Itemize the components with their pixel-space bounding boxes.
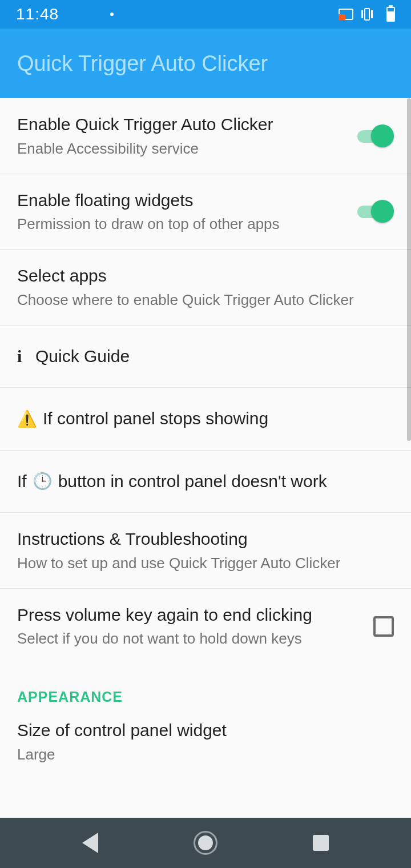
clock-button-suffix: button in control panel doesn't work (58, 470, 327, 493)
status-bar: 11:48 (0, 0, 411, 29)
info-icon: i (17, 345, 30, 368)
setting-subtitle: Select if you do not want to hold down k… (17, 629, 362, 649)
battery-icon (386, 7, 395, 22)
setting-quick-guide[interactable]: i Quick Guide (0, 326, 411, 388)
setting-text: Press volume key again to end clicking S… (17, 604, 362, 649)
setting-title: Press volume key again to end clicking (17, 604, 362, 627)
section-appearance: APPEARANCE (0, 664, 411, 712)
setting-title: ⚠️ If control panel stops showing (17, 407, 268, 431)
setting-panel-size[interactable]: Size of control panel widget Large (0, 712, 411, 779)
setting-title: If 🕒 button in control panel doesn't wor… (17, 470, 327, 493)
status-right (339, 7, 395, 22)
nav-home-button[interactable] (194, 831, 217, 855)
setting-select-apps[interactable]: Select apps Choose where to enable Quick… (0, 250, 411, 326)
setting-volume-key[interactable]: Press volume key again to end clicking S… (0, 589, 411, 664)
volume-key-checkbox[interactable] (373, 616, 394, 637)
notification-dot-icon (110, 13, 114, 16)
setting-title: i Quick Guide (17, 345, 130, 368)
setting-subtitle: How to set up and use Quick Trigger Auto… (17, 553, 394, 573)
setting-title: Size of control panel widget (17, 719, 394, 742)
setting-text: Instructions & Troubleshooting How to se… (17, 528, 394, 573)
setting-text: Size of control panel widget Large (17, 719, 394, 765)
setting-title: Select apps (17, 264, 394, 288)
vibrate-icon (361, 7, 378, 21)
setting-text: Select apps Choose where to enable Quick… (17, 264, 394, 310)
settings-list: Enable Quick Trigger Auto Clicker Enable… (0, 98, 411, 779)
setting-instructions[interactable]: Instructions & Troubleshooting How to se… (0, 513, 411, 589)
setting-subtitle: Choose where to enable Quick Trigger Aut… (17, 290, 394, 310)
panel-stops-label: If control panel stops showing (43, 407, 268, 431)
app-title: Quick Trigger Auto Clicker (17, 51, 268, 76)
setting-title: Instructions & Troubleshooting (17, 528, 394, 551)
clock-icon: 🕒 (33, 471, 53, 492)
setting-enable-clicker[interactable]: Enable Quick Trigger Auto Clicker Enable… (0, 98, 411, 174)
enable-clicker-switch[interactable] (357, 124, 394, 147)
quick-guide-label: Quick Guide (35, 345, 130, 368)
clock-button-prefix: If (17, 470, 27, 493)
status-time: 11:48 (16, 5, 59, 23)
app-bar: Quick Trigger Auto Clicker (0, 29, 411, 98)
setting-text: Enable Quick Trigger Auto Clicker Enable… (17, 113, 346, 159)
setting-text: Enable floating widgets Permission to dr… (17, 189, 346, 235)
cast-icon (339, 9, 353, 20)
nav-back-button[interactable] (82, 833, 98, 853)
navigation-bar (0, 818, 411, 868)
setting-value: Large (17, 745, 394, 765)
setting-title: Enable floating widgets (17, 189, 346, 212)
setting-title: Enable Quick Trigger Auto Clicker (17, 113, 346, 136)
nav-recent-button[interactable] (313, 835, 329, 851)
floating-widgets-switch[interactable] (357, 200, 394, 223)
setting-subtitle: Enable Accessibility service (17, 139, 346, 159)
setting-panel-stops[interactable]: ⚠️ If control panel stops showing (0, 388, 411, 451)
setting-floating-widgets[interactable]: Enable floating widgets Permission to dr… (0, 174, 411, 250)
setting-clock-button[interactable]: If 🕒 button in control panel doesn't wor… (0, 451, 411, 513)
status-left: 11:48 (16, 5, 114, 23)
warning-icon: ⚠️ (17, 408, 37, 430)
scrollbar[interactable] (407, 98, 411, 441)
setting-subtitle: Permission to draw on top of other apps (17, 214, 346, 234)
